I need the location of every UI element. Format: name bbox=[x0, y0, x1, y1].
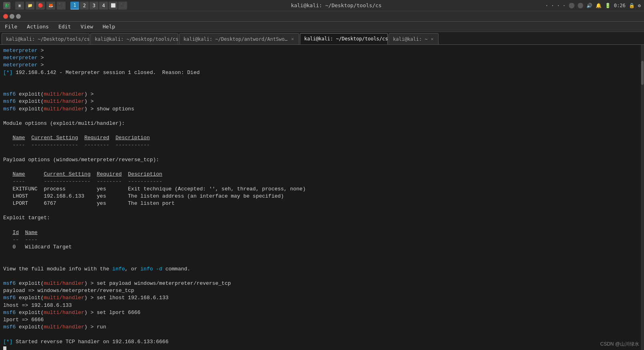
menu-actions[interactable]: Actions bbox=[25, 23, 50, 30]
tab-3-label: kali@kali: ~/Desktop/antword/AntSword-Lo… bbox=[183, 36, 288, 42]
volume-icon[interactable]: 🔊 bbox=[586, 3, 592, 8]
term-set-lport: msf6 exploit(multi/handler) > set lport … bbox=[3, 309, 641, 316]
system-bar-left: 🐉 ▣ 📁 🔴 🦊 ⬛ 1 2 3 4 ⬜ ⬛ bbox=[3, 2, 127, 10]
term-blank-7 bbox=[3, 207, 641, 214]
window-controls bbox=[3, 14, 21, 19]
term-exploit-target: Exploit target: bbox=[3, 214, 641, 222]
tab-3[interactable]: kali@kali: ~/Desktop/antword/AntSword-Lo… bbox=[179, 33, 299, 44]
window-title: kali@kali: ~/Desktop/tools/cs bbox=[291, 2, 382, 8]
tab-2-label: kali@kali: ~/Desktop/tools/cs bbox=[95, 36, 178, 42]
workspace-2[interactable]: 2 bbox=[80, 2, 89, 10]
term-table-hdr1: Name Current Setting Required Descriptio… bbox=[3, 134, 641, 142]
scrollbar[interactable] bbox=[641, 45, 644, 350]
term-payload-assign: payload => windows/meterpreter/reverse_t… bbox=[3, 287, 641, 294]
scrollbar-thumb[interactable] bbox=[641, 61, 644, 85]
term-module-opts: Module options (exploit/multi/handler): bbox=[3, 120, 641, 127]
term-row-exitfunc: EXITFUNC process yes Exit technique (Acc… bbox=[3, 186, 641, 193]
term-payload-opts: Payload options (windows/meterpreter/rev… bbox=[3, 156, 641, 164]
term-blank-3 bbox=[3, 113, 641, 120]
term-wildcard: 0 Wildcard Target bbox=[3, 244, 641, 251]
taskbar-sq-extra2[interactable]: ⬛ bbox=[118, 2, 127, 10]
term-blank-8 bbox=[3, 222, 641, 229]
taskbar-nums: 1 2 3 4 ⬜ ⬛ bbox=[70, 2, 127, 10]
system-bar: 🐉 ▣ 📁 🔴 🦊 ⬛ 1 2 3 4 ⬜ ⬛ kali@kali: ~/Des… bbox=[0, 0, 644, 11]
battery-icon[interactable]: 🔋 bbox=[605, 3, 611, 8]
window-controls-circle2[interactable] bbox=[578, 3, 583, 8]
term-line-4: [*] 192.168.6.142 - Meterpreter session … bbox=[3, 69, 641, 76]
term-blank-10 bbox=[3, 258, 641, 265]
taskbar-sq-2[interactable]: 📁 bbox=[26, 2, 34, 10]
term-blank-5 bbox=[3, 149, 641, 156]
term-line-7: msf6 exploit(multi/handler) > show optio… bbox=[3, 106, 641, 113]
menu-file[interactable]: File bbox=[3, 23, 19, 30]
window-titlebar bbox=[0, 11, 644, 22]
term-cursor-line bbox=[3, 346, 641, 350]
term-blank-6 bbox=[3, 164, 641, 171]
term-blank-11 bbox=[3, 273, 641, 280]
term-blank-12 bbox=[3, 331, 641, 338]
time-display: 0:26 bbox=[614, 3, 626, 8]
term-info-line: View the full module info with the info,… bbox=[3, 266, 641, 273]
tab-1-label: kali@kali: ~/Desktop/tools/cs bbox=[6, 36, 90, 42]
term-started: [*] Started reverse TCP handler on 192.1… bbox=[3, 338, 641, 346]
notification-icon[interactable]: 🔔 bbox=[596, 3, 602, 8]
cursor bbox=[3, 346, 6, 350]
tab-5-close[interactable]: ✕ bbox=[430, 36, 435, 42]
tab-4-label: kali@kali: ~/Desktop/tools/cs bbox=[304, 36, 388, 42]
term-row-lhost: LHOST 192.168.6.133 yes The listen addre… bbox=[3, 193, 641, 200]
term-set-lhost: msf6 exploit(multi/handler) > set lhost … bbox=[3, 294, 641, 302]
lock-icon[interactable]: 🔒 bbox=[629, 3, 635, 8]
tab-5[interactable]: kali@kali: ~ ✕ bbox=[389, 33, 439, 44]
tab-3-close[interactable]: ✕ bbox=[290, 36, 295, 42]
term-blank-1 bbox=[3, 76, 641, 84]
term-id-name-hdr: Id Name bbox=[3, 229, 641, 236]
workspace-3[interactable]: 3 bbox=[90, 2, 98, 10]
term-lport-assign: lport => 6666 bbox=[3, 316, 641, 324]
kali-icon[interactable]: 🐉 bbox=[3, 2, 10, 9]
tab-5-label: kali@kali: ~ bbox=[393, 36, 428, 42]
taskbar-squares: ▣ 📁 🔴 🦊 ⬛ bbox=[15, 2, 66, 10]
tab-4[interactable]: kali@kali: ~/Desktop/tools/cs ✕ bbox=[300, 33, 388, 44]
term-blank-9 bbox=[3, 251, 641, 258]
taskbar-sq-3[interactable]: 🔴 bbox=[36, 2, 45, 10]
term-run: msf6 exploit(multi/handler) > run bbox=[3, 324, 641, 331]
taskbar-sq-extra1[interactable]: ⬜ bbox=[109, 2, 118, 10]
term-lhost-assign: lhost => 192.168.6.133 bbox=[3, 302, 641, 309]
menu-view[interactable]: View bbox=[79, 23, 94, 30]
taskbar-sq-ff[interactable]: 🦊 bbox=[46, 2, 55, 10]
workspace-1[interactable]: 1 bbox=[70, 2, 79, 10]
term-table-sep1: ---- --------------- -------- ----------… bbox=[3, 142, 641, 149]
window-controls-circle1[interactable] bbox=[569, 3, 574, 8]
term-line-6: msf6 exploit(multi/handler) > bbox=[3, 98, 641, 105]
term-line-5: msf6 exploit(multi/handler) > bbox=[3, 91, 641, 98]
system-bar-right: · · · · 🔊 🔔 🔋 0:26 🔒 ⚙ bbox=[545, 3, 641, 8]
term-line-3: meterpreter > bbox=[3, 62, 641, 69]
term-set-payload: msf6 exploit(multi/handler) > set payloa… bbox=[3, 280, 641, 287]
close-button[interactable] bbox=[3, 14, 8, 19]
tab-1[interactable]: kali@kali: ~/Desktop/tools/cs ✕ bbox=[2, 33, 90, 44]
taskbar-sq-term[interactable]: ⬛ bbox=[57, 2, 66, 10]
term-line-2: meterpreter > bbox=[3, 54, 641, 62]
watermark: CSDN @山川绿水 bbox=[600, 341, 639, 348]
tab-bar: kali@kali: ~/Desktop/tools/cs ✕ kali@kal… bbox=[0, 32, 644, 45]
term-table-sep2: ---- --------------- -------- ----------… bbox=[3, 178, 641, 185]
term-blank-4 bbox=[3, 127, 641, 134]
term-id-name-sep: -- ---- bbox=[3, 236, 641, 244]
term-line-1: meterpreter > bbox=[3, 47, 641, 54]
maximize-button[interactable] bbox=[16, 14, 21, 19]
tab-2[interactable]: kali@kali: ~/Desktop/tools/cs ✕ bbox=[90, 33, 178, 44]
minimize-button[interactable] bbox=[10, 14, 14, 19]
dots-indicator: · · · · bbox=[545, 3, 566, 8]
term-table-hdr2: Name Current Setting Required Descriptio… bbox=[3, 171, 641, 178]
terminal-content[interactable]: meterpreter > meterpreter > meterpreter … bbox=[0, 45, 644, 350]
workspace-4[interactable]: 4 bbox=[99, 2, 108, 10]
menu-bar: File Actions Edit View Help bbox=[0, 22, 644, 32]
menu-help[interactable]: Help bbox=[101, 23, 117, 30]
term-blank-2 bbox=[3, 84, 641, 91]
menu-edit[interactable]: Edit bbox=[57, 23, 72, 30]
term-row-lport: LPORT 6767 yes The listen port bbox=[3, 200, 641, 207]
taskbar-sq-1[interactable]: ▣ bbox=[15, 2, 24, 10]
settings-icon[interactable]: ⚙ bbox=[638, 3, 641, 8]
